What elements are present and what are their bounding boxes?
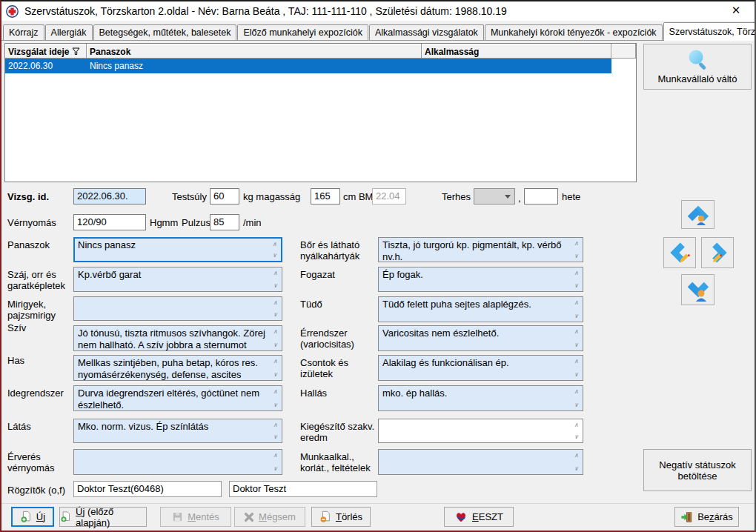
vizsg-id-field[interactable]: 2022.06.30. [73,188,146,205]
nav-last-record-button[interactable] [681,274,714,305]
save-button: Mentés [160,507,231,527]
scroll-arrows-icon[interactable]: ∧∨ [271,450,280,473]
eeszt-logo-icon [454,511,468,523]
vizsg-id-label: Vizsg. id. [7,191,49,202]
negative-statuses-button[interactable]: Negatív státuszok betöltése [643,449,752,491]
tab-alkalmassagi[interactable]: Alkalmassági vizsgálatok [369,24,484,40]
kiegeszito-textarea[interactable]: ∧∨ [378,419,583,443]
rogzito-field-2[interactable]: Doktor Teszt [229,481,377,497]
title-bar: Szervstátuszok, Törzskarton 2.oldal - Né… [1,1,755,21]
vernyomas-label: Vérnyomás [7,217,56,228]
hete-label: hete [562,191,580,202]
permin-label: /min [243,217,262,228]
scroll-arrows-icon[interactable]: ∧∨ [571,298,581,321]
scroll-arrows-icon[interactable]: ∧∨ [571,420,581,442]
scroll-arrows-icon[interactable]: ∧∨ [571,450,581,473]
eeszt-button[interactable]: EESZT [444,507,514,527]
fogazat-label: Fogazat [300,269,376,280]
column-header-alkalmassag[interactable]: Alkalmasság [422,44,611,59]
scroll-arrows-icon[interactable]: ∧∨ [271,387,280,410]
idegrendszer-textarea[interactable]: Durva idegrendszeri eltérés, góctünet ne… [73,385,282,411]
tudo-label: Tüdő [300,299,376,310]
latas-textarea[interactable]: Mko. norm. vizus. Ép színlátás ∧∨ [73,419,282,443]
column-header-vizsgalat-ideje[interactable]: Vizsgálat ideje [5,44,87,59]
errendszer-label: Érrendszer (variocisitas) [300,327,376,350]
tab-korrajz[interactable]: Kórrajz [3,24,44,40]
close-icon[interactable]: ✕ [726,2,746,19]
close-dialog-button[interactable]: Bezárás [674,507,739,527]
tab-koroki-tenyezok[interactable]: Munkahelyi kóroki tényezők - expozíciók [485,24,663,40]
bor-textarea[interactable]: Tiszta, jó turgorú kp. pigmentált, kp. v… [378,237,583,262]
nav-first-record-button[interactable] [681,200,714,229]
delete-button[interactable]: Törlés [311,507,371,527]
scroll-arrows-icon[interactable]: ∧∨ [571,239,581,261]
worker-switch-label: Munkavállaló váltó [658,73,737,84]
scroll-arrows-icon[interactable]: ∧∨ [271,268,280,290]
tudo-textarea[interactable]: Tüdő felett puha sejtes alaplégzés. ∧∨ [378,296,583,322]
magassag-field[interactable]: 165 [311,188,340,205]
new-document-icon [60,511,71,523]
terhes-weeks-field[interactable] [524,188,558,205]
tab-szervstatuszok-active[interactable]: Szervstátuszok, Törzskarton 2.oldal [663,22,756,41]
kiegeszito-label: Kiegészítő szakv. eredm [300,421,376,443]
testsuly-label: Testsúly [172,191,207,202]
scroll-arrows-icon[interactable]: ∧∨ [270,239,279,260]
application-window: Szervstátuszok, Törzskarton 2.oldal - Né… [0,0,756,532]
munkaalkal-textarea[interactable]: ∧∨ [378,449,583,475]
worker-switch-button[interactable]: Munkavállaló váltó [643,44,752,90]
rogzito-field-1[interactable]: Doktor Teszt(60468) [73,481,222,497]
window-title: Szervstátuszok, Törzskarton 2.oldal - Né… [24,5,507,17]
cancel-button: Mégsem [234,507,305,527]
nav-next-record-button[interactable] [701,237,734,268]
munkaalkal-label: Munkaalkal., korlát., feltételek [300,451,376,473]
nav-previous-record-button[interactable] [663,237,696,268]
tab-elozo-expoziciok[interactable]: Előző munkahelyi expozíciók [237,24,368,40]
new-button[interactable]: Új [11,507,54,527]
exam-row-selected[interactable]: 2022.06.30 Nincs panasz [5,59,636,73]
scroll-arrows-icon[interactable]: ∧∨ [571,268,581,290]
idegrendszer-label: Idegrendszer [7,388,71,399]
cancel-x-icon [244,512,254,522]
sziv-textarea[interactable]: Jó tónusú, tiszta ritmusos szívhangok. Z… [73,325,282,351]
csontok-textarea[interactable]: Alakilag és funkcionálisan ép. ∧∨ [378,355,583,381]
exit-door-icon [680,511,693,523]
has-label: Has [7,355,71,366]
pulzus-label: Pulzus [182,217,210,228]
scroll-arrows-icon[interactable]: ∧∨ [571,387,581,410]
panaszok-textarea[interactable]: Nincs panasz ∧∨ [73,237,282,262]
erveres-textarea[interactable]: ∧∨ [73,449,282,475]
scroll-arrows-icon[interactable]: ∧∨ [271,420,280,442]
scroll-arrows-icon[interactable]: ∧∨ [271,298,280,319]
hallas-textarea[interactable]: mko. ép hallás. ∧∨ [378,385,583,411]
chevron-down-person-icon [685,277,712,302]
scroll-arrows-icon[interactable]: ∧∨ [271,356,280,379]
new-based-on-previous-button[interactable]: Új (előző alapján) [59,507,147,527]
terhes-dropdown[interactable] [474,188,515,205]
tab-allergiak[interactable]: Allergiák [45,24,93,40]
mirigyek-textarea[interactable]: ∧∨ [73,296,282,321]
examination-grid: Vizsgálat ideje Panaszok Alkalmasság 202… [4,43,637,182]
scroll-arrows-icon[interactable]: ∧∨ [571,327,581,350]
comma-label: , [518,193,521,204]
has-textarea[interactable]: Mellkas szintjében, puha betap, kóros re… [73,355,282,381]
save-icon [172,511,183,522]
bm-field: 22.04 [372,188,406,205]
panaszok-label: Panaszok [7,239,71,250]
cell-alkalmassag [422,59,611,73]
fogazat-textarea[interactable]: Ép fogak. ∧∨ [378,267,583,292]
column-header-panaszok[interactable]: Panaszok [87,44,422,59]
szaj-orr-textarea[interactable]: Kp.vérbő garat ∧∨ [73,267,282,292]
scroll-arrows-icon[interactable]: ∧∨ [571,356,581,379]
latas-label: Látás [7,421,71,432]
vernyomas-field[interactable]: 120/90 [73,214,146,230]
scroll-arrows-icon[interactable]: ∧∨ [271,327,280,350]
pulzus-field[interactable]: 85 [210,214,239,230]
szaj-orr-label: Száj, orr és garatképletek [7,269,71,291]
tab-betegsegek[interactable]: Betegségek, műtétek, balesetek [93,24,237,40]
chevron-down-icon [505,195,511,199]
rogzitok-label: Rögzítők (o,f) [7,485,65,496]
testsuly-field[interactable]: 60 [210,188,239,205]
errendszer-textarea[interactable]: Varicositas nem észlelhető. ∧∨ [378,325,583,351]
hgmm-label: Hgmm [150,217,178,228]
footer-separator [1,503,755,504]
